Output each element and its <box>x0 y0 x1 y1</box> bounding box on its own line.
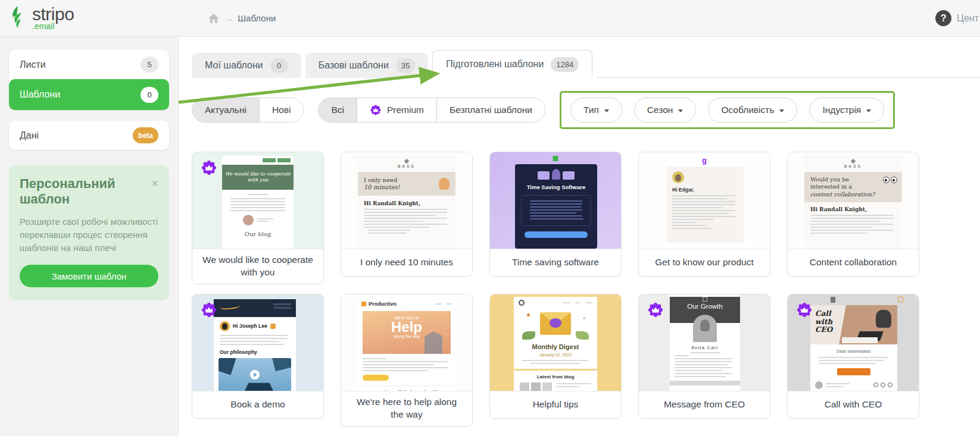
filter-premium[interactable]: Premium <box>357 98 437 122</box>
tab-my-templates[interactable]: Мої шаблони 0 <box>192 53 301 78</box>
sidebar-item-label: Листи <box>20 59 46 70</box>
filter-label: Нові <box>272 105 291 115</box>
filter-label: Безплатні шаблони <box>450 105 532 115</box>
stripo-logo[interactable]: stripo .email <box>8 5 74 32</box>
help-label: Цент <box>957 13 979 24</box>
thumb-hero-text: Along the way <box>363 334 451 338</box>
template-card[interactable]: Time Saving Software Time saving softwar… <box>489 152 622 277</box>
sidebar-data-card: Дані beta <box>9 121 169 150</box>
main-content: Мої шаблони 0 Базові шаблони 35 Підготов… <box>179 37 980 436</box>
thumb-hero-text: Help <box>363 320 451 334</box>
thumb-hero-text: interested in a <box>810 183 876 190</box>
template-card[interactable]: Hi Joseph Lee Our philosophy <box>192 294 324 419</box>
avatar <box>220 321 230 331</box>
tab-prepared-templates[interactable]: Підготовлені шаблони 1284 <box>432 50 592 78</box>
template-card[interactable]: BASE I only need 10 minutes! Hi Randall … <box>341 152 473 277</box>
thumb-greeting: Dear teammates! <box>810 349 897 354</box>
thumb-hero-text: Would you be <box>810 176 876 183</box>
filters-row: Актуальні Нові Всі <box>192 91 980 129</box>
tab-count-badge: 35 <box>396 58 415 73</box>
template-title: Message from CEO <box>639 391 770 418</box>
filter-new[interactable]: Нові <box>260 98 304 122</box>
template-thumbnail: Time Saving Software <box>490 152 621 249</box>
thumb-button <box>837 368 870 375</box>
beta-badge: beta <box>133 127 158 143</box>
template-card[interactable]: We would like to cooperate with you Our … <box>192 152 324 284</box>
template-title: We would like to cooperate with you <box>192 249 323 284</box>
sidebar-item-label: Шаблони <box>20 89 60 100</box>
filter-actual[interactable]: Актуальні <box>192 98 260 122</box>
template-card[interactable]: BASE Would you be interested in a conten… <box>787 152 919 277</box>
dropdown-type[interactable]: Тип <box>570 98 622 123</box>
sender-logo <box>553 156 558 161</box>
tab-count-badge: 0 <box>270 58 288 73</box>
filter-free[interactable]: Безплатні шаблони <box>437 98 545 122</box>
home-icon[interactable] <box>208 13 220 24</box>
template-title: We're here to help along the way <box>341 391 472 426</box>
chevron-down-icon <box>604 109 609 112</box>
template-title: Content collaboration <box>788 249 919 276</box>
thumb-section: Latest from blog <box>514 369 597 379</box>
premium-seal-icon <box>796 302 813 318</box>
thumb-footer-text: Our blog <box>222 231 294 237</box>
templates-count-badge: 0 <box>141 87 158 103</box>
avatar <box>815 381 823 389</box>
template-thumbnail: BASE I only need 10 minutes! Hi Randall … <box>341 152 472 249</box>
play-icon <box>250 370 260 379</box>
emails-count-badge: 5 <box>141 57 158 73</box>
recency-toggle: Актуальні Нові <box>192 98 304 123</box>
thumb-hero-text: 10 minutes! <box>364 184 400 192</box>
chevron-down-icon <box>678 109 683 112</box>
template-tabs: Мої шаблони 0 Базові шаблони 35 Підготов… <box>192 50 980 78</box>
thumb-brand: BASE <box>804 164 902 168</box>
dropdown-season[interactable]: Сезон <box>634 98 697 123</box>
social-icons <box>873 382 892 387</box>
sidebar-item-label: Дані <box>20 130 39 141</box>
filter-label: Всі <box>331 105 344 115</box>
sidebar-nav-card: Листи 5 Шаблони 0 <box>9 50 169 110</box>
sidebar-item-emails[interactable]: Листи 5 <box>9 50 169 79</box>
thumb-hero-text: Time Saving Software <box>515 184 597 190</box>
filter-label: Актуальні <box>205 105 246 115</box>
envelope-illustration <box>514 310 597 341</box>
template-card[interactable]: Call with CEO Dear teammates! <box>787 294 919 419</box>
thumb-hero-text: Our Growth <box>670 303 740 310</box>
order-template-button[interactable]: Замовити шаблон <box>20 265 158 287</box>
close-icon[interactable]: × <box>151 177 158 189</box>
sidebar-item-data[interactable]: Дані beta <box>9 121 169 150</box>
stripo-app: stripo .email → Шаблони ? Цент Листи 5 Ш… <box>0 0 980 436</box>
help-question-icon[interactable]: ? <box>935 10 951 26</box>
thumb-footer-text: Need to talk it through with <box>357 385 457 391</box>
template-title: Book a demo <box>192 391 323 418</box>
thumb-button <box>363 375 389 381</box>
template-thumbnail: g Hi Edgar, <box>639 152 770 249</box>
sidebar-item-templates[interactable]: Шаблони 0 <box>9 79 169 110</box>
thumb-brand: Productivo <box>369 301 397 307</box>
template-card[interactable]: Our Growth Anita Carr <box>638 294 770 419</box>
dropdown-label: Тип <box>583 105 599 115</box>
dropdown-label: Індустрія <box>822 105 861 115</box>
thumb-greeting: Hi Randall Knight, <box>364 200 450 206</box>
dropdown-industry[interactable]: Індустрія <box>809 98 884 123</box>
tab-basic-templates[interactable]: Базові шаблони 35 <box>305 53 429 78</box>
template-title: Helpful tips <box>490 391 621 418</box>
template-card[interactable]: g Hi Edgar, Get t <box>638 152 770 277</box>
template-card[interactable]: Productivo We're here to Help Along the … <box>341 294 473 426</box>
tab-label: Мої шаблони <box>205 60 263 71</box>
thumb-greeting: Hi Joseph Lee <box>233 323 267 329</box>
filter-all[interactable]: Всі <box>319 98 357 122</box>
template-card[interactable]: Monthly Digest January 01, 2023 Latest f… <box>489 294 622 419</box>
thumb-hero-text: I only need <box>364 177 400 184</box>
thumb-section: Our philosophy <box>220 349 296 355</box>
breadcrumb-current: Шаблони <box>238 13 276 23</box>
thumb-hero-text: Monthly Digest <box>514 343 597 350</box>
avatar <box>243 215 254 225</box>
thumb-greeting: Hi Edgar, <box>672 187 738 193</box>
thumb-date: January 01, 2023 <box>514 353 597 357</box>
template-title: Time saving software <box>490 249 621 276</box>
dropdown-feature[interactable]: Особливість <box>708 98 797 123</box>
chevron-down-icon <box>779 109 784 112</box>
thumb-greeting: Hi Randall Knight, <box>810 206 896 212</box>
template-title: Call with CEO <box>788 391 919 418</box>
help-center[interactable]: ? Цент <box>935 10 980 26</box>
